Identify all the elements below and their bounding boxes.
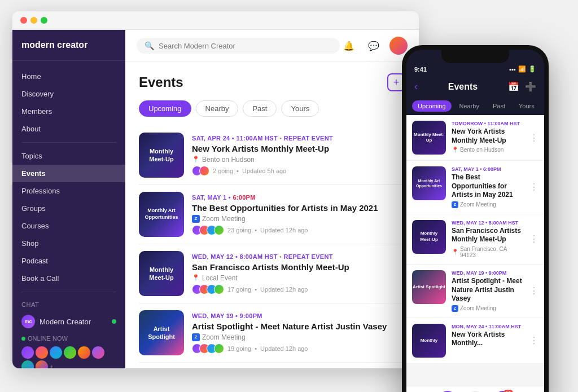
phone-more-button-1[interactable]: ⋮ [529,133,538,143]
phone-event-card[interactable]: MonthlyMeet-Up WED, MAY 12 • 8:00AM HST … [406,214,544,265]
sidebar-divider-2 [21,292,116,292]
phone-event-card[interactable]: Monthly MON, MAY 24 • 11:00AM HST New Yo… [406,318,544,364]
tab-yours[interactable]: Yours [281,100,319,117]
events-badge: 16 [503,390,513,392]
sidebar-item-home[interactable]: Home [12,68,125,85]
online-avatar-1 [21,346,34,359]
event-card[interactable]: Monthly ArtOpportunities SAT, MAY 1 • 6:… [139,185,405,244]
event-card[interactable]: Monthly Meet-Up SAT, APR 24 • 11:00AM HS… [139,126,405,185]
sidebar-item-about[interactable]: About [12,120,125,138]
sidebar-item-discovery[interactable]: Discovery [12,85,125,103]
event-meta-3: WED, MAY 12 • 8:00AM HST • Repeat Event [192,253,405,260]
going-avatars-2 [192,225,224,235]
search-input[interactable] [159,42,332,50]
title-bar [12,11,419,30]
event-img-label-3: Monthly Meet-Up [141,266,182,282]
going-avatars-3 [192,284,224,294]
tab-past[interactable]: Past [243,100,277,117]
phone-event-thumbnail-3: MonthlyMeet-Up [412,220,446,254]
sidebar: modern creator Home Discovery Members Ab… [12,30,125,368]
phone-event-location-1: 📍 Bento on Hudson [452,147,524,153]
event-card[interactable]: Monthly MON, MAY 24 • 11:00AM HST • Repe… [139,363,405,368]
sidebar-item-courses[interactable]: Courses [12,217,125,235]
sidebar-item-podcast[interactable]: Podcast [12,252,125,270]
tab-upcoming[interactable]: Upcoming [139,100,191,117]
phone-tab-yours[interactable]: Yours [513,100,540,112]
event-img-label-4: Artist Spotlight [141,325,182,341]
wifi-icon: 📶 [518,65,526,73]
phone-calendar-icon[interactable]: 📅 [508,81,519,92]
phone-time: 9:41 [414,66,427,73]
phone-event-thumbnail-4: Artist Spotlight [412,270,446,304]
phone-more-button-3[interactable]: ⋮ [529,234,538,244]
event-card[interactable]: Artist Spotlight WED, MAY 19 • 9:00PM Ar… [139,303,405,363]
phone-wrapper: 9:41 ▪▪▪ 📶 🔋 ‹ Events 📅 ➕ Upcoming Nearb… [402,45,549,392]
event-thumbnail-1: Monthly Meet-Up [139,133,184,178]
sidebar-item-book-a-call[interactable]: Book a Call [12,270,125,287]
phone-header: ‹ Events 📅 ➕ [406,75,544,97]
close-dot[interactable] [20,17,27,24]
event-content-4: WED, MAY 19 • 9:00PM Artist Spotlight - … [192,310,405,355]
sidebar-primary-nav: Home Discovery Members About Topics [12,61,125,368]
going-avatar [199,166,209,176]
phone-add-icon[interactable]: ➕ [525,81,536,92]
online-now-label: ONLINE NOW [12,333,125,346]
phone-tab-upcoming[interactable]: Upcoming [412,100,452,112]
phone-event-card[interactable]: Monthly ArtOpportunities SAT, MAY 1 • 6:… [406,161,544,214]
phone-status-bar: 9:41 ▪▪▪ 📶 🔋 [406,63,544,75]
minimize-dot[interactable] [30,17,37,24]
chat-section-label: CHAT [12,297,125,310]
sidebar-item-shop[interactable]: Shop [12,235,125,252]
location-icon-1: 📍 [192,156,200,163]
phone-event-thumbnail-1: Monthly Meet-Up [412,121,446,155]
phone: 9:41 ▪▪▪ 📶 🔋 ‹ Events 📅 ➕ Upcoming Nearb… [402,45,549,392]
sidebar-item-topics[interactable]: Topics [12,147,125,165]
event-footer-3: 17 going • Updated 12h ago [192,284,405,294]
event-footer-1: 2 going • Updated 5h ago [192,166,405,176]
going-avatar [214,343,224,354]
event-name-1: New York Artists Monthly Meet-Up [192,144,405,153]
phone-more-button-5[interactable]: ⋮ [529,335,538,346]
notifications-icon[interactable]: 🔔 [340,37,358,55]
event-card[interactable]: Monthly Meet-Up WED, MAY 12 • 8:00AM HST… [139,244,405,303]
event-img-label-1: Monthly Meet-Up [141,147,182,164]
phone-back-button[interactable]: ‹ [414,81,418,93]
phone-event-name-4: Artist Spotlight - Meet Nature Artist Ju… [452,277,524,303]
events-area: Events + Upcoming Nearby Past Yours [125,62,419,368]
phone-event-meta-4: WED, MAY 19 • 9:00PM [452,270,524,276]
phone-tab-nearby[interactable]: Nearby [454,100,485,112]
online-avatar-7 [21,360,34,368]
chat-item-modern-creator[interactable]: mc Modern Creator [12,310,125,333]
event-thumbnail-3: Monthly Meet-Up [139,251,184,296]
event-meta-1: SAT, APR 24 • 11:00AM HST • Repeat Event [192,135,405,142]
tab-nearby[interactable]: Nearby [196,100,239,117]
expand-dot[interactable] [41,17,47,24]
sidebar-item-events[interactable]: Events [12,165,125,182]
phone-event-content-5: MON, MAY 24 • 11:00AM HST New York Artis… [452,324,524,358]
event-name-2: The Best Opportunities for Artists in Ma… [192,203,405,213]
phone-event-location-3: 📍 San Francisco, CA 94123 [452,246,524,258]
phone-event-content-2: SAT, MAY 1 • 6:00PM The Best Opportuniti… [452,166,524,208]
events-header: Events + [139,73,405,91]
topbar: 🔍 🔔 💬 [125,30,419,62]
sidebar-item-professions[interactable]: Professions [12,182,125,200]
search-bar[interactable]: 🔍 [137,38,340,54]
going-avatar [214,284,224,294]
phone-more-button-2[interactable]: ⋮ [529,182,538,192]
sidebar-item-groups[interactable]: Groups [12,200,125,217]
phone-event-card[interactable]: Artist Spotlight WED, MAY 19 • 9:00PM Ar… [406,265,544,318]
messages-icon[interactable]: 💬 [365,37,383,55]
phone-event-img-label-3: MonthlyMeet-Up [420,231,438,243]
phone-more-button-4[interactable]: ⋮ [529,285,538,296]
phone-tab-past[interactable]: Past [487,100,511,112]
sidebar-item-members[interactable]: Members [12,103,125,120]
signal-icon: ▪▪▪ [509,66,516,73]
online-now-dot [21,337,25,341]
phone-event-card[interactable]: Monthly Meet-Up TOMORROW • 11:00AM HST N… [406,115,544,161]
phone-event-content-1: TOMORROW • 11:00AM HST New York Artists … [452,121,524,155]
event-content-1: SAT, APR 24 • 11:00AM HST • Repeat Event… [192,133,405,178]
phone-event-content-3: WED, MAY 12 • 8:00AM HST San Francisco A… [452,220,524,258]
event-name-4: Artist Spotlight - Meet Nature Artist Ju… [192,321,405,331]
sidebar-logo: modern creator [12,30,125,61]
phone-location-icon-3: 📍 [452,249,458,255]
